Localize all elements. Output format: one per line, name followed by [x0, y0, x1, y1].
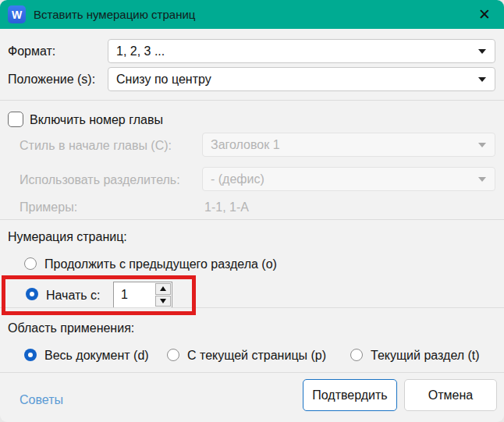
continue-from-previous-label[interactable]: Продолжить с предыдущего раздела (o) [44, 257, 277, 271]
separator-select-value: - (дефис) [211, 172, 264, 186]
chapter-style-select: Заголовок 1 [202, 133, 495, 157]
include-chapter-number-checkbox[interactable] [8, 112, 23, 127]
position-label: Положение (s): [8, 73, 95, 87]
tips-link[interactable]: Советы [20, 393, 63, 407]
separator-select: - (дефис) [202, 167, 495, 191]
whole-document-radio[interactable] [24, 349, 37, 361]
position-select[interactable]: Снизу по центру [108, 67, 495, 91]
chevron-down-icon [478, 77, 486, 82]
chevron-down-icon [478, 143, 486, 147]
from-current-page-label[interactable]: С текущей страницы (p) [187, 349, 326, 363]
confirm-button[interactable]: Подтвердить [303, 379, 397, 411]
examples-value: 1-1, 1-A [204, 200, 249, 215]
from-current-page-radio[interactable] [167, 349, 179, 361]
current-section-radio[interactable] [350, 349, 363, 361]
position-select-value: Снизу по центру [116, 73, 211, 87]
divider [0, 100, 504, 101]
whole-document-label[interactable]: Весь документ (d) [44, 349, 149, 363]
dialog-title: Вставить нумерацию страниц [34, 8, 195, 21]
current-section-label[interactable]: Текущий раздел (t) [371, 349, 480, 363]
separator-label: Использовать разделитель: [20, 173, 180, 187]
cancel-button[interactable]: Отмена [404, 379, 497, 411]
close-icon[interactable]: ✕ [473, 3, 496, 27]
divider [0, 219, 504, 220]
title-bar: W Вставить нумерацию страниц ✕ [0, 0, 504, 29]
format-select[interactable]: 1, 2, 3 ... [108, 39, 495, 63]
include-chapter-number-label: Включить номер главы [30, 113, 163, 127]
insert-page-numbering-dialog: W Вставить нумерацию страниц ✕ Формат: 1… [0, 0, 504, 422]
annotation-rectangle [2, 275, 196, 315]
format-label: Формат: [8, 44, 55, 59]
continue-from-previous-radio[interactable] [24, 257, 37, 270]
examples-label: Примеры: [20, 200, 77, 215]
scope-section-label: Область применения: [8, 321, 134, 335]
chevron-down-icon [478, 49, 486, 54]
chevron-down-icon [478, 177, 486, 182]
page-numbering-section-label: Нумерация страниц: [8, 230, 127, 244]
wps-writer-icon: W [8, 5, 26, 23]
format-select-value: 1, 2, 3 ... [116, 44, 165, 59]
chapter-style-select-value: Заголовок 1 [211, 138, 280, 152]
chapter-style-label: Стиль в начале главы (C): [20, 139, 172, 153]
divider [0, 372, 504, 373]
